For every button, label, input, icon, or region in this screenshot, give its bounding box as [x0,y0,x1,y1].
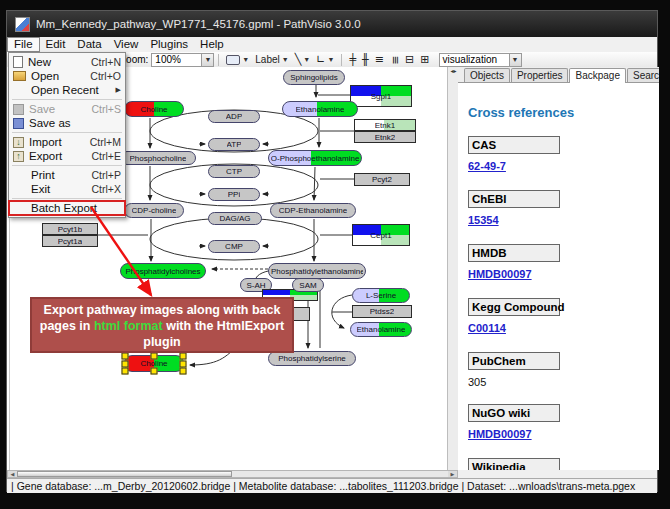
pathway-node-phosphocholine[interactable]: Phosphocholine [120,151,196,165]
xref-link[interactable]: 15354 [468,214,499,226]
file-menu-item-export[interactable]: ExportCtrl+E [9,149,125,163]
pathway-node-ctp[interactable]: CTP [208,165,260,178]
tab-objects[interactable]: Objects [464,68,510,82]
xref-sections: CAS62-49-7ChEBI15354HMDBHMDB00097Kegg Co… [468,136,659,470]
pathway-node-adp[interactable]: ADP [208,110,260,123]
submenu-arrow-icon: ▶ [116,86,121,94]
menu-bar: FileEditDataViewPluginsHelp [7,37,657,53]
xref-link[interactable]: 62-49-7 [468,160,506,172]
selection-handle[interactable] [180,353,187,360]
file-menu-item-import[interactable]: ImportCtrl+M [9,135,125,149]
pathway-node-dag-ag[interactable]: DAG/AG [208,212,262,225]
pathway-node-sam[interactable]: SAM [292,278,324,292]
tab-search[interactable]: Search [627,68,659,82]
selection-handle[interactable] [151,368,158,375]
node-label: Phosphocholine [130,154,187,163]
file-menu-item-save[interactable]: SaveCtrl+S [9,102,125,116]
pathway-node-etnk2[interactable]: Etnk2 [354,131,416,143]
xref-link[interactable]: C00114 [468,322,506,334]
file-menu-item-label: Export [29,150,82,162]
pathway-node-ppi[interactable]: PPi [208,188,260,201]
datanode-tool-button[interactable]: ▼ [223,53,252,67]
menu-help[interactable]: Help [194,38,230,51]
file-menu-item-exit[interactable]: ExitCtrl+X [9,182,125,196]
chevron-down-icon[interactable]: ▼ [282,56,289,63]
xref-link[interactable]: HMDB00097 [468,268,532,280]
menu-view[interactable]: View [108,38,145,51]
pathway-node-etnk1[interactable]: Etnk1 [354,119,416,131]
file-menu-item-save-as[interactable]: Save as [9,116,125,130]
zoom-combobox[interactable]: 100% ▼ [151,53,214,67]
common-width-button[interactable]: ⊟ [402,53,417,67]
label-tool-button[interactable]: Label ▼ [252,53,291,67]
node-label: SAM [299,281,316,290]
selection-handle[interactable] [180,360,187,367]
pathway-node-ethanolamine-bottom[interactable]: Ethanolamine [350,322,412,337]
pathway-node-choline-selected[interactable]: Choline [124,355,184,372]
selection-handle[interactable] [122,368,129,375]
chevron-down-icon[interactable]: ▼ [242,56,249,63]
pathway-node-ethanolamine-top[interactable]: Ethanolamine [282,101,358,117]
title-bar[interactable]: Mm_Kennedy_pathway_WP1771_45176.gpml - P… [7,11,657,37]
scrollbar-track[interactable] [232,471,448,477]
scroll-left-icon[interactable]: ◀ [8,471,17,477]
pathway-node-pcyt1b[interactable]: Pcyt1b [42,223,98,235]
pathvisio-app-icon [15,17,30,32]
common-height-icon: ⊞ [420,54,429,66]
pathway-node-phosphatidylcholines[interactable]: Phosphatidylcholines [120,263,206,279]
cross-references-heading: Cross references [468,105,659,120]
pathway-node-phosphatidylserine[interactable]: Phosphatidylserine [268,351,356,366]
toolbar-separator [341,54,342,66]
menu-data[interactable]: Data [71,38,107,51]
file-menu-item-print[interactable]: PrintCtrl+P [9,168,125,182]
selection-handle[interactable] [122,360,129,367]
pathway-node-sgpl1[interactable]: Sgpl1 [350,85,412,107]
tab-backpage[interactable]: Backpage [569,68,625,83]
pathway-node-choline-top[interactable]: Choline [124,101,184,117]
file-menu-item-open[interactable]: OpenCtrl+O [9,69,125,83]
xref-section-kegg-compound: Kegg CompoundC00114 [468,298,659,336]
selection-handle[interactable] [122,353,129,360]
pathway-node-sphingolipids[interactable]: Sphingolipids [283,70,345,85]
menu-file[interactable]: File [7,37,40,52]
file-menu-item-new[interactable]: NewCtrl+N [9,55,125,69]
common-width-icon: ⊟ [405,54,414,66]
line-tool-button[interactable]: ╲ ▼ [292,53,314,67]
selection-handle[interactable] [180,368,187,375]
align-center-button[interactable]: ╪ [346,53,359,67]
chevron-down-icon[interactable]: ▼ [327,56,334,63]
zoom-dropdown-icon[interactable]: ▼ [201,54,213,66]
pathway-node-atp[interactable]: ATP [208,138,260,151]
node-label: Phosphatidylcholines [125,267,200,276]
horizontal-scrollbar[interactable]: ◀ ▶ [7,470,458,478]
line-icon: ╲ [295,54,302,66]
pathway-node-cdp-ethanolamine[interactable]: CDP-Ethanolamine [270,203,356,218]
pathway-node-cdp-choline[interactable]: CDP-choline [124,203,184,218]
pathway-node-cept1[interactable]: Cept1 [352,224,410,246]
distribute-columns-button[interactable]: ≡ [387,53,402,67]
align-middle-button[interactable]: ╫ [359,53,372,67]
zoom-value: 100% [155,54,197,65]
common-height-button[interactable]: ⊞ [417,53,432,67]
connector-tool-button[interactable]: ∟ ▼ [313,53,337,67]
chevron-down-icon[interactable]: ▼ [303,56,310,63]
visualization-combobox[interactable]: visualization ▼ [439,53,522,67]
scroll-right-icon[interactable]: ▶ [448,471,457,477]
pathway-node-o-phosphoethanolamine[interactable]: O-Phosphoethanolamine [268,150,362,166]
selection-handle[interactable] [151,353,158,360]
file-menu-item-open-recent[interactable]: Open Recent▶ [9,83,125,97]
pathway-node-l-serine[interactable]: L-Serine [352,288,410,303]
menu-edit[interactable]: Edit [40,38,72,51]
pathway-node-pcyt1a[interactable]: Pcyt1a [42,235,98,247]
menu-plugins[interactable]: Plugins [144,38,194,51]
scrollbar-thumb[interactable] [17,471,232,477]
file-menu-item-batch-export[interactable]: Batch Export [9,201,125,215]
pathway-node-phosphatidylethanolamine[interactable]: Phosphatidylethanolamine [268,263,366,279]
pathway-node-cmp[interactable]: CMP [208,240,260,253]
tab-properties[interactable]: Properties [511,68,569,82]
pathway-node-pcyt2[interactable]: Pcyt2 [354,173,410,186]
distribute-rows-button[interactable]: ≡ [372,53,387,67]
pathway-node-ptdss2[interactable]: Ptdss2 [352,305,412,318]
visualization-dropdown-icon[interactable]: ▼ [509,54,521,66]
xref-link[interactable]: HMDB00097 [468,428,532,440]
